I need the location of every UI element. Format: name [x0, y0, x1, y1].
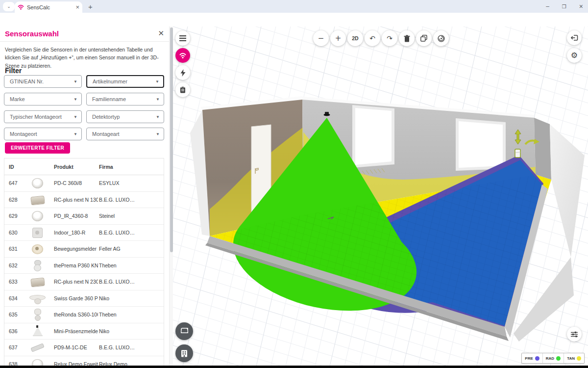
- product-image: [29, 342, 46, 353]
- window-1: [352, 105, 394, 168]
- screen: { "browser": { "tab_title": "SensCalc", …: [0, 0, 588, 368]
- table-row[interactable]: 632 thePrema P360 KNX … Theben: [4, 258, 164, 274]
- filter-marke[interactable]: Marke▼: [4, 93, 82, 105]
- table-row[interactable]: 629 PD_IR_4360-8 Steinel: [4, 208, 164, 225]
- filter-detektortyp[interactable]: Detektortyp▼: [86, 110, 164, 123]
- toggle-2d-button[interactable]: 2D: [347, 30, 363, 46]
- product-image: [29, 309, 46, 320]
- product-image: [29, 243, 46, 255]
- chevron-down-icon: ▼: [74, 97, 77, 102]
- exit-icon: [571, 34, 578, 41]
- chevron-down-icon: ▼: [74, 79, 77, 84]
- filter-heading: Filter: [5, 67, 22, 75]
- room-right-wall: [534, 118, 551, 180]
- filter-typischer-montageort[interactable]: Typischer Montageort▼: [4, 110, 82, 123]
- furniture-library-button[interactable]: [175, 322, 193, 340]
- window-minimize-button[interactable]: –: [546, 3, 549, 10]
- sensor-selection-panel: Sensorauswahl ✕ Vergleichen Sie die Sens…: [0, 26, 169, 366]
- detection-zones-icon: [438, 35, 445, 42]
- plus-icon: +: [335, 35, 342, 42]
- table-row[interactable]: 633 RC-plus next N 230 B.E.G. LUXO…: [4, 274, 164, 290]
- col-id: ID: [9, 164, 14, 170]
- legend-tan-toggle[interactable]: TAN: [564, 353, 584, 363]
- quick-calc-button[interactable]: [175, 65, 190, 80]
- minus-icon: −: [318, 35, 324, 42]
- legend-rad-toggle[interactable]: RAD: [542, 353, 564, 363]
- filter-montageort[interactable]: Montageort▼: [4, 128, 82, 140]
- advanced-filter-button[interactable]: ERWEITERTE FILTER: [5, 142, 70, 154]
- table-row[interactable]: 637 PD9-M-1C-DE B.E.G. LUXO…: [4, 340, 164, 356]
- panel-title: Sensorauswahl: [5, 29, 59, 38]
- chevron-down-icon: ▼: [74, 132, 77, 136]
- product-image: [29, 292, 46, 304]
- wall-sensor-selected[interactable]: [515, 149, 520, 158]
- product-image: [29, 325, 46, 337]
- table-header-row: ID Produkt Firma: [4, 158, 164, 175]
- product-image: [29, 227, 46, 238]
- table-row[interactable]: 647 PD-C 360i/8 ESYLUX: [4, 175, 164, 192]
- table-row[interactable]: 636 Mini-Präsenzmelder … Niko: [4, 323, 164, 340]
- zoom-in-button[interactable]: +: [330, 30, 346, 46]
- product-image: [29, 177, 46, 189]
- product-image: [29, 276, 46, 288]
- sensor-tool-button-active[interactable]: [175, 48, 190, 63]
- duplicate-button[interactable]: [416, 30, 432, 46]
- settings-button[interactable]: ⚙: [567, 48, 582, 63]
- table-row[interactable]: 628 RC-plus next N 130 B.E.G. LUXO…: [4, 192, 164, 209]
- tab-search-button[interactable]: ⌄: [3, 2, 15, 11]
- gear-icon: ⚙: [571, 52, 578, 59]
- tab-title: SensCalc: [27, 4, 75, 10]
- menu-icon: [179, 35, 186, 41]
- clipboard-icon: [180, 86, 186, 93]
- tan-color-dot: [577, 356, 581, 361]
- display-options-button[interactable]: [567, 327, 582, 342]
- exit-button[interactable]: [567, 30, 582, 45]
- detection-zones-button[interactable]: [433, 30, 449, 46]
- scene-canvas[interactable]: [173, 26, 588, 366]
- zoom-out-button[interactable]: −: [313, 30, 329, 46]
- building-icon: [181, 350, 188, 357]
- table-row[interactable]: 630 Indoor_180-R B.E.G. LUXO…: [4, 225, 164, 241]
- filter-familienname[interactable]: Familienname▼: [86, 93, 164, 105]
- filter-montageart[interactable]: Montageart▼: [86, 128, 164, 140]
- undo-button[interactable]: ↶: [365, 30, 380, 46]
- report-button[interactable]: [175, 82, 190, 97]
- redo-button[interactable]: ↷: [382, 30, 397, 46]
- table-row[interactable]: 635 theRonda S360-100 D… Theben: [4, 307, 164, 323]
- product-image: [29, 260, 46, 271]
- tab-close-icon[interactable]: ×: [75, 4, 79, 10]
- table-row[interactable]: 638 Relux Demo Erweitert… Relux Demo: [4, 356, 164, 367]
- bolt-icon: [180, 69, 186, 77]
- sensor-wifi-icon: [179, 52, 187, 59]
- col-produkt: Produkt: [54, 164, 98, 170]
- trash-icon: [404, 35, 410, 42]
- copy-icon: [420, 35, 427, 42]
- new-tab-button[interactable]: +: [88, 2, 93, 11]
- panel-close-icon[interactable]: ✕: [158, 29, 164, 38]
- senscalc-favicon-wifi-icon: [18, 4, 24, 10]
- panel-scrollbar[interactable]: [169, 26, 173, 366]
- table-row[interactable]: 631 Bewegungsmelder pir… Feller AG: [4, 241, 164, 258]
- chevron-down-icon: ▼: [155, 79, 159, 84]
- product-image: [29, 210, 46, 222]
- window-close-button[interactable]: ×: [579, 2, 583, 10]
- delete-button[interactable]: [399, 30, 415, 46]
- rad-color-dot: [556, 356, 561, 361]
- window-2: [456, 118, 506, 171]
- coverage-legend: PRE RAD TAN: [521, 353, 585, 364]
- chevron-down-icon: ▼: [156, 97, 160, 102]
- 2d-label: 2D: [352, 35, 358, 41]
- window-restore-button[interactable]: ❐: [562, 4, 566, 9]
- legend-pre-toggle[interactable]: PRE: [522, 353, 542, 363]
- browser-tab[interactable]: SensCalc ×: [15, 1, 82, 13]
- menu-button[interactable]: [175, 31, 190, 46]
- right-wall-outer-face: [550, 124, 585, 257]
- product-image: [29, 358, 46, 366]
- filter-gtin-ean[interactable]: GTIN/EAN Nr.▼: [4, 75, 82, 88]
- building-library-button[interactable]: [175, 344, 193, 362]
- filter-artikelnummer[interactable]: Artikelnummer▼: [86, 75, 164, 88]
- scene-3d-viewport[interactable]: − + 2D ↶ ↷ ⚙ PRE RAD TAN: [173, 26, 588, 366]
- product-image: [29, 194, 46, 206]
- table-row[interactable]: 634 Swiss Garde 360 Plus Niko: [4, 290, 164, 307]
- redo-icon: ↷: [387, 35, 392, 42]
